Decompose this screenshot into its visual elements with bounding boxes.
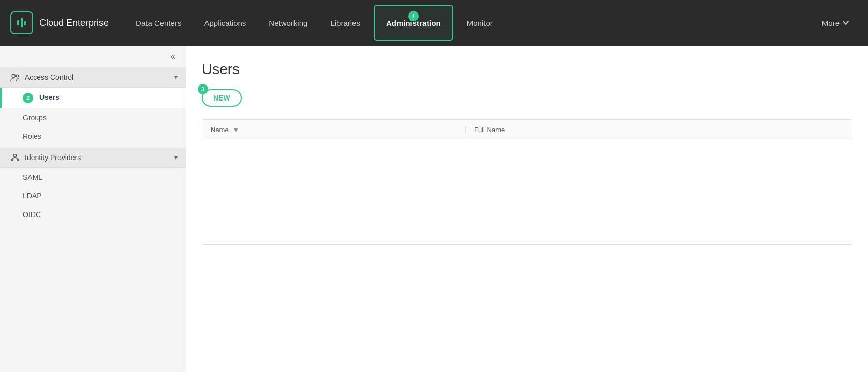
sidebar-item-groups[interactable]: Groups <box>0 108 186 127</box>
page-title: Users <box>202 61 852 78</box>
nav-item-administration[interactable]: 1 Administration <box>374 5 453 41</box>
filter-icon[interactable]: ▼ <box>233 126 239 134</box>
sidebar-item-roles[interactable]: Roles <box>0 127 186 146</box>
nav-badge-administration: 1 <box>408 11 419 21</box>
svg-point-3 <box>12 74 15 77</box>
sidebar-item-oidc[interactable]: OIDC <box>0 205 186 224</box>
svg-point-4 <box>16 75 19 77</box>
svg-rect-1 <box>21 18 23 27</box>
identity-providers-icon <box>10 153 20 162</box>
users-table: Name ▼ Full Name <box>202 119 852 245</box>
nav-item-monitor[interactable]: Monitor <box>455 0 504 46</box>
table-header: Name ▼ Full Name <box>202 120 852 140</box>
brand-name: Cloud Enterprise <box>39 18 109 28</box>
table-body <box>202 140 852 244</box>
sidebar-item-users[interactable]: 2 Users <box>0 88 186 108</box>
brand-logo[interactable]: Cloud Enterprise <box>10 11 109 34</box>
access-control-icon <box>10 73 20 82</box>
svg-line-9 <box>15 157 18 159</box>
sidebar-section-identity-providers-header[interactable]: Identity Providers ▾ <box>0 148 186 168</box>
new-button[interactable]: 3 NEW <box>202 89 242 107</box>
sidebar-item-ldap[interactable]: LDAP <box>0 187 186 205</box>
nav-item-networking[interactable]: Networking <box>257 0 319 46</box>
svg-line-8 <box>12 157 15 159</box>
sidebar-section-access-control-header[interactable]: Access Control ▾ <box>0 67 186 88</box>
brand-icon <box>10 11 33 34</box>
sidebar-section-identity-providers-title: Identity Providers <box>10 153 81 162</box>
sidebar-collapse-area: « <box>0 46 186 67</box>
access-control-chevron: ▾ <box>174 74 178 81</box>
svg-point-6 <box>11 159 13 161</box>
top-nav: Cloud Enterprise Data Centers Applicatio… <box>0 0 868 46</box>
nav-more[interactable]: More <box>814 0 858 46</box>
svg-point-5 <box>13 154 16 157</box>
svg-rect-2 <box>24 21 26 25</box>
sidebar-section-access-control-title: Access Control <box>10 73 73 82</box>
nav-item-applications[interactable]: Applications <box>193 0 257 46</box>
table-col-name: Name ▼ <box>211 126 466 134</box>
sidebar-collapse-button[interactable]: « <box>168 51 179 62</box>
layout: « Access Control ▾ 2 Users <box>0 46 868 372</box>
chevron-down-icon <box>842 19 849 26</box>
nav-item-libraries[interactable]: Libraries <box>319 0 372 46</box>
new-button-badge: 3 <box>198 84 208 94</box>
sidebar-section-identity-providers: Identity Providers ▾ SAML LDAP OIDC <box>0 148 186 224</box>
sidebar-item-saml[interactable]: SAML <box>0 168 186 187</box>
svg-point-7 <box>17 159 19 161</box>
sidebar-section-access-control: Access Control ▾ 2 Users Groups Roles <box>0 67 186 146</box>
nav-item-data-centers[interactable]: Data Centers <box>124 0 193 46</box>
main-content: Users 3 NEW Name ▼ Full Name <box>186 46 868 372</box>
sidebar: « Access Control ▾ 2 Users <box>0 46 186 372</box>
svg-rect-0 <box>17 20 19 25</box>
identity-providers-chevron: ▾ <box>174 154 178 161</box>
nav-items: Data Centers Applications Networking Lib… <box>124 0 814 46</box>
table-col-full-name: Full Name <box>474 126 844 134</box>
